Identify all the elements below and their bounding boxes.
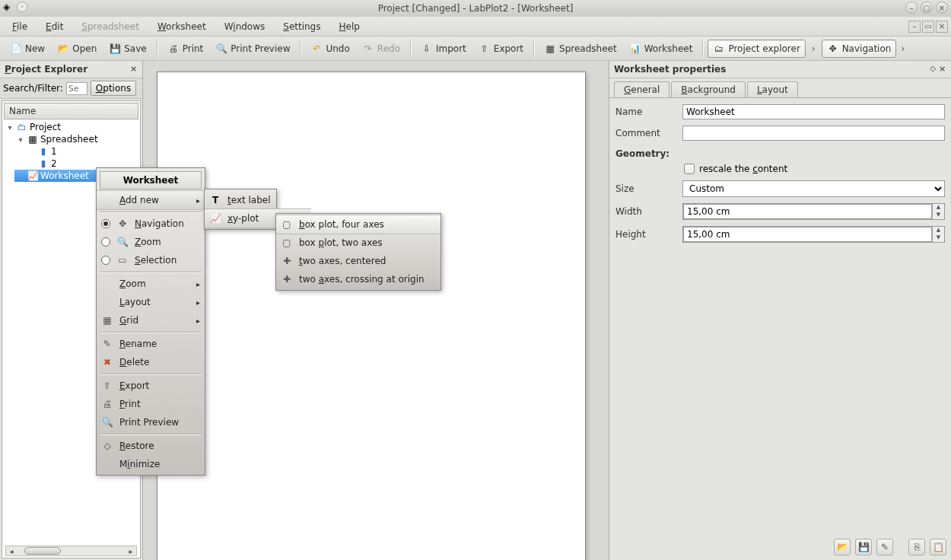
menu-windows[interactable]: Windows xyxy=(217,19,273,34)
spin-down-icon[interactable]: ▼ xyxy=(933,234,944,242)
name-input[interactable] xyxy=(682,104,945,119)
options-button[interactable]: Options xyxy=(91,81,136,96)
panel-float-icon[interactable]: ◇ xyxy=(930,64,936,72)
mdi-restore-icon[interactable]: ▭ xyxy=(922,21,934,33)
open-button[interactable]: 📂Open xyxy=(52,40,102,58)
toolbar-overflow-icon-2[interactable]: › xyxy=(898,43,908,54)
name-label: Name xyxy=(615,107,676,117)
ctx-add-new[interactable]: Add new▸ xyxy=(97,190,205,210)
ctx-zoom-submenu[interactable]: Zoom▸ xyxy=(97,275,205,293)
new-icon: 📄 xyxy=(10,43,22,55)
xy-plot-submenu: ▢box plot, four axes ▢box plot, two axes… xyxy=(275,213,441,291)
close-icon[interactable]: × xyxy=(936,2,948,14)
width-label: Width xyxy=(615,206,676,217)
new-button[interactable]: 📄New xyxy=(5,40,50,58)
ctx-delete[interactable]: ✖Delete xyxy=(97,353,205,371)
menu-file[interactable]: FFileile xyxy=(5,19,35,34)
menu-edit[interactable]: Edit xyxy=(38,19,71,34)
ctx-minimize[interactable]: Minimize xyxy=(97,455,205,473)
ctx-selection[interactable]: ▭Selection xyxy=(97,251,205,269)
ctx-print[interactable]: 🖨Print xyxy=(97,395,205,413)
mdi-minimize-icon[interactable]: – xyxy=(908,21,921,33)
expand-icon[interactable]: ▾ xyxy=(16,135,25,144)
ctx-navigation[interactable]: ✥Navigation xyxy=(97,215,205,233)
menu-icon[interactable]: · xyxy=(17,2,27,12)
scroll-left-icon[interactable]: ◂ xyxy=(6,547,17,555)
rescale-checkbox[interactable] xyxy=(684,164,695,174)
open-template-button[interactable]: 📂 xyxy=(834,539,851,555)
menu-worksheet[interactable]: Worksheet xyxy=(150,19,214,34)
ctx-export[interactable]: ⇧Export xyxy=(97,377,205,395)
ctx-box-plot-two-axes[interactable]: ▢box plot, two axes xyxy=(276,234,441,252)
panel-close-icon[interactable]: × xyxy=(939,64,948,73)
radio-on-icon xyxy=(101,219,110,228)
worksheet-canvas-area xyxy=(143,61,609,560)
menu-settings[interactable]: Settings xyxy=(275,19,328,34)
tree-horizontal-scrollbar[interactable]: ◂ ▸ xyxy=(5,546,137,556)
minimize-icon[interactable]: – xyxy=(905,2,918,14)
ctx-grid-submenu[interactable]: ▦Grid▸ xyxy=(97,311,205,329)
toolbar-overflow-icon[interactable]: › xyxy=(807,43,820,54)
navigation-toggle[interactable]: ✥Navigation xyxy=(822,40,897,58)
size-select[interactable]: Custom xyxy=(682,180,945,197)
search-filter-label: Search/Filter: xyxy=(3,83,63,94)
expand-icon[interactable]: ▾ xyxy=(5,123,14,132)
import-icon: ⇩ xyxy=(421,43,433,55)
menu-spreadsheet: Spreadsheet xyxy=(74,19,147,34)
copy-button[interactable]: ⎘ xyxy=(908,539,925,555)
menubar: FFileile Edit Spreadsheet Worksheet Wind… xyxy=(0,17,951,37)
project-explorer-header: Project Explorer × xyxy=(0,61,142,78)
print-icon: 🖨 xyxy=(167,43,180,55)
spin-down-icon[interactable]: ▼ xyxy=(933,212,944,219)
ctx-text-label[interactable]: Ttext label xyxy=(205,191,311,209)
panel-close-icon[interactable]: × xyxy=(130,64,139,73)
ctx-restore[interactable]: ◇Restore xyxy=(97,437,205,455)
tree-node-spreadsheet[interactable]: ▾ ▦ Spreadsheet xyxy=(14,133,138,145)
edit-button[interactable]: ✎ xyxy=(876,539,893,555)
export-button[interactable]: ⇧Export xyxy=(473,40,529,58)
ctx-print-preview[interactable]: 🔍Print Preview xyxy=(97,413,205,431)
ctx-box-plot-four-axes[interactable]: ▢box plot, four axes xyxy=(276,215,441,234)
mdi-close-icon[interactable]: × xyxy=(936,21,948,33)
radio-off-icon xyxy=(101,237,110,247)
maximize-icon[interactable]: ▢ xyxy=(921,2,933,14)
tab-background[interactable]: Background xyxy=(671,81,746,97)
worksheet-context-menu: Worksheet Add new▸ ✥Navigation 🔍Zoom ▭Se… xyxy=(96,167,205,476)
main-toolbar: 📄New 📂Open 💾Save 🖨Print 🔍Print Preview ↶… xyxy=(0,37,951,61)
search-input[interactable] xyxy=(66,82,87,95)
window-title: Project [Changed] - LabPlot2 - [Workshee… xyxy=(378,3,574,14)
comment-input[interactable] xyxy=(682,126,945,141)
print-button[interactable]: 🖨Print xyxy=(162,40,209,58)
height-input[interactable] xyxy=(683,227,932,242)
properties-panel: Worksheet properties ◇ × General Backgro… xyxy=(609,61,951,560)
import-button[interactable]: ⇩Import xyxy=(415,40,472,58)
app-icon: ◈ xyxy=(3,2,14,12)
scroll-right-icon[interactable]: ▸ xyxy=(126,547,136,555)
tab-layout[interactable]: Layout xyxy=(747,81,798,97)
scrollbar-thumb[interactable] xyxy=(24,547,61,555)
worksheet-canvas[interactable] xyxy=(157,72,586,560)
ctx-zoom-mode[interactable]: 🔍Zoom xyxy=(97,233,205,251)
tab-general[interactable]: General xyxy=(614,81,670,98)
ctx-two-axes-crossing[interactable]: ✚two axes, crossing at origin xyxy=(276,270,441,288)
add-worksheet-button[interactable]: 📊Worksheet xyxy=(624,40,698,58)
paste-button[interactable]: 📋 xyxy=(930,539,946,555)
print-preview-button[interactable]: 🔍Print Preview xyxy=(210,40,295,58)
ctx-layout-submenu[interactable]: Layout▸ xyxy=(97,293,205,311)
tree-node-project[interactable]: ▾ 🗀 Project xyxy=(4,121,138,133)
save-button[interactable]: 💾Save xyxy=(103,40,151,58)
ctx-rename[interactable]: ✎Rename xyxy=(97,335,205,353)
save-template-button[interactable]: 💾 xyxy=(855,539,872,555)
add-spreadsheet-button[interactable]: ▦Spreadsheet xyxy=(539,40,622,58)
project-explorer-toggle[interactable]: 🗂Project explorer xyxy=(708,40,805,58)
undo-button[interactable]: ↶Undo xyxy=(305,40,355,58)
column-icon: ▮ xyxy=(37,146,49,157)
ctx-two-axes-centered[interactable]: ✚two axes, centered xyxy=(276,252,441,270)
spin-up-icon[interactable]: ▲ xyxy=(933,204,944,212)
redo-icon: ↷ xyxy=(362,43,374,55)
menu-help[interactable]: Help xyxy=(332,19,367,34)
spin-up-icon[interactable]: ▲ xyxy=(933,227,944,234)
tree-node-column-1[interactable]: ▮ 1 xyxy=(36,145,138,158)
width-input[interactable] xyxy=(683,204,932,219)
tree-column-name[interactable]: Name xyxy=(4,103,138,119)
